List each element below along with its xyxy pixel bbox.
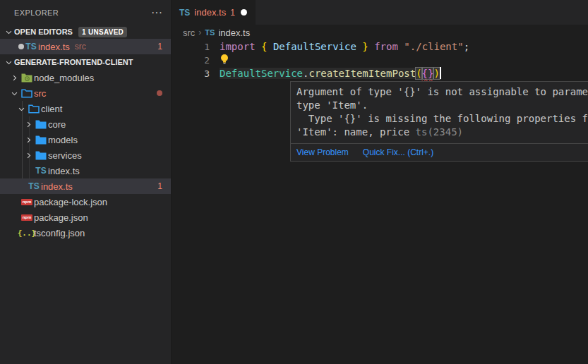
view-problem-link[interactable]: View Problem	[296, 147, 349, 157]
unsaved-dot-icon[interactable]	[241, 9, 247, 16]
error-code: ts(2345)	[416, 126, 463, 138]
chevron-right-icon	[23, 152, 34, 159]
lightbulb-icon[interactable]	[220, 54, 229, 68]
open-editor-path-description: src	[75, 42, 86, 51]
typescript-icon: TS	[179, 8, 190, 18]
error-message: Argument of type '{}' is not assignable …	[291, 82, 588, 143]
open-editors-section-header[interactable]: OPEN EDITORS 1 UNSAVED	[0, 25, 171, 39]
tree-item-package-lock-json[interactable]: npm package-lock.json	[0, 194, 171, 210]
tree-item-src[interactable]: src	[0, 85, 171, 101]
line-number: 3	[172, 67, 210, 80]
tree-item-package-json[interactable]: npm package.json	[0, 210, 171, 225]
quick-fix-link[interactable]: Quick Fix... (Ctrl+.)	[363, 147, 433, 157]
json-config-icon: {..}	[20, 229, 34, 238]
chevron-right-icon	[23, 121, 34, 128]
workspace-label: GENERATE-FRONTEND-CLIENT	[14, 58, 133, 66]
tab-error-count: 1	[230, 8, 235, 18]
modified-dot-icon	[18, 44, 24, 49]
more-actions-icon[interactable]: ···	[151, 7, 162, 18]
error-count-badge: 1	[157, 181, 162, 191]
typescript-icon: TS	[24, 42, 38, 51]
code-line-1: 1 import { DefaultService } from "./clie…	[172, 40, 588, 54]
code-line-3: 3 DefaultService.createItemItemPost({})	[172, 67, 588, 80]
npm-folder-icon	[20, 73, 34, 83]
typescript-icon: TS	[205, 28, 215, 37]
open-editor-filename: index.ts	[38, 42, 70, 52]
explorer-sidebar: EXPLORER ··· OPEN EDITORS 1 UNSAVED TS i…	[0, 0, 172, 364]
tree-item-client[interactable]: client	[0, 101, 171, 116]
error-hover-tooltip: Argument of type '{}' is not assignable …	[290, 81, 588, 162]
text-cursor	[440, 67, 441, 79]
unsaved-badge: 1 UNSAVED	[78, 27, 127, 37]
folder-icon	[34, 135, 48, 145]
chevron-down-icon	[16, 105, 27, 113]
tab-filename: index.ts	[194, 7, 226, 18]
tree-item-src-index-ts[interactable]: TS index.ts 1	[0, 178, 171, 194]
tree-item-models[interactable]: models	[0, 132, 171, 147]
tree-item-tsconfig-json[interactable]: {..} tsconfig.json	[0, 225, 171, 241]
error-count-badge: 1	[157, 42, 162, 51]
folder-open-icon	[27, 104, 41, 114]
tab-index-ts[interactable]: TS index.ts 1	[172, 0, 256, 25]
explorer-header: EXPLORER ···	[0, 0, 171, 25]
open-editors-label: OPEN EDITORS	[14, 28, 73, 36]
folder-icon	[34, 151, 48, 160]
typescript-icon: TS	[34, 166, 48, 176]
file-tree: node_modules src	[0, 70, 171, 241]
line-number: 2	[172, 54, 210, 67]
editor-group: TS index.ts 1 src › TS index.ts 1 import…	[172, 0, 588, 364]
chevron-down-icon	[8, 90, 20, 97]
explorer-title: EXPLORER	[14, 8, 59, 17]
npm-icon: npm	[20, 199, 34, 205]
code-area[interactable]: 1 import { DefaultService } from "./clie…	[172, 40, 588, 80]
tree-item-services[interactable]: services	[0, 147, 171, 163]
folder-open-icon	[20, 89, 34, 98]
folder-icon	[34, 120, 48, 129]
chevron-down-icon	[3, 28, 14, 36]
breadcrumb-folder[interactable]: src	[183, 28, 195, 38]
code-line-2: 2	[172, 54, 588, 67]
chevron-right-icon	[23, 136, 34, 144]
vscode-window: EXPLORER ··· OPEN EDITORS 1 UNSAVED TS i…	[0, 0, 588, 364]
line-number: 1	[172, 40, 210, 54]
chevron-down-icon	[3, 59, 14, 66]
hover-actions: View Problem Quick Fix... (Ctrl+.)	[291, 143, 588, 161]
chevron-right-icon: ›	[198, 28, 201, 37]
folder-error-dot	[157, 90, 162, 96]
tree-item-node-modules[interactable]: node_modules	[0, 70, 171, 85]
open-editor-item-index-ts[interactable]: TS index.ts src 1	[0, 39, 171, 54]
tab-strip: TS index.ts 1	[172, 0, 588, 25]
npm-icon: npm	[20, 214, 34, 221]
workspace-section-header[interactable]: GENERATE-FRONTEND-CLIENT	[0, 54, 171, 70]
typescript-icon: TS	[27, 181, 41, 191]
error-squiggle: {}	[422, 68, 434, 79]
tree-item-client-index-ts[interactable]: TS index.ts	[0, 163, 171, 178]
chevron-right-icon	[8, 74, 20, 82]
breadcrumb-file[interactable]: index.ts	[218, 28, 250, 38]
tree-item-core[interactable]: core	[0, 116, 171, 132]
breadcrumb: src › TS index.ts	[172, 25, 588, 40]
